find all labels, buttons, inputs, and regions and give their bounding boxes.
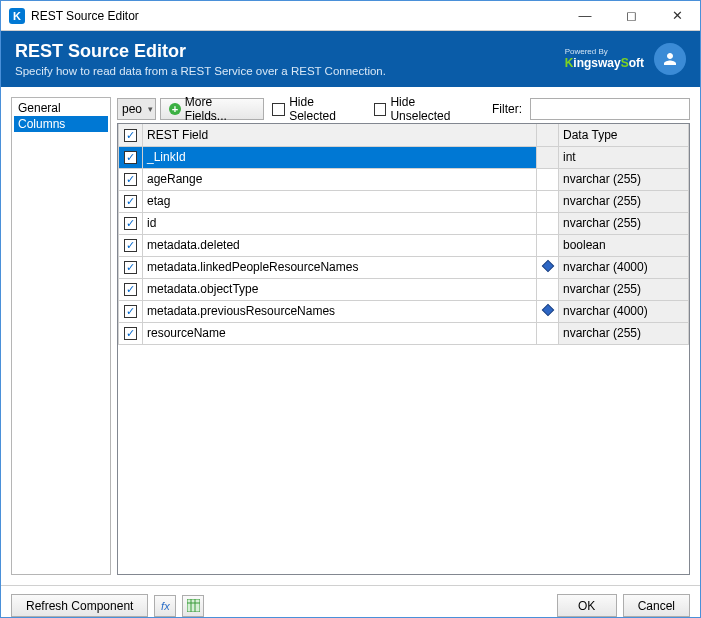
row-type-icon [537,168,559,190]
row-type-icon [537,190,559,212]
hide-selected-label: Hide Selected [289,95,362,123]
row-type-icon [537,234,559,256]
window-buttons: — ◻ ✕ [562,1,700,31]
row-type[interactable]: nvarchar (255) [559,322,689,344]
row-field[interactable]: metadata.deleted [143,234,537,256]
header-icon [537,124,559,146]
row-field[interactable]: resourceName [143,322,537,344]
header-check-all[interactable]: ✓ [119,124,143,146]
row-type-icon [537,278,559,300]
row-type-icon [537,146,559,168]
row-field[interactable]: metadata.previousResourceNames [143,300,537,322]
columns-icon [187,599,200,612]
row-type[interactable]: nvarchar (4000) [559,256,689,278]
row-type[interactable]: nvarchar (4000) [559,300,689,322]
columns-button[interactable] [182,595,204,617]
table-row[interactable]: ✓etagnvarchar (255) [119,190,689,212]
svg-rect-0 [542,260,553,271]
window-title: REST Source Editor [31,9,562,23]
page-title: REST Source Editor [15,41,565,62]
row-type[interactable]: nvarchar (255) [559,190,689,212]
more-fields-label: More Fields... [185,95,256,123]
sidebar: General Columns [11,97,111,575]
row-checkbox[interactable]: ✓ [119,322,143,344]
titlebar: K REST Source Editor — ◻ ✕ [1,1,700,31]
row-field[interactable]: id [143,212,537,234]
checkbox-icon [272,103,285,116]
brand-area: Powered By KingswaySoft [565,43,686,75]
close-button[interactable]: ✕ [654,1,700,31]
row-checkbox[interactable]: ✓ [119,256,143,278]
svg-rect-2 [187,599,200,612]
svg-rect-1 [542,304,553,315]
table-row[interactable]: ✓ageRangenvarchar (255) [119,168,689,190]
brand-logo: Powered By KingswaySoft [565,48,644,70]
row-field[interactable]: ageRange [143,168,537,190]
hide-unselected-label: Hide Unselected [390,95,476,123]
row-checkbox[interactable]: ✓ [119,278,143,300]
grid[interactable]: ✓ REST Field Data Type ✓_LinkIdint✓ageRa… [117,123,690,575]
row-type-icon [537,300,559,322]
table-row[interactable]: ✓metadata.linkedPeopleResourceNamesnvarc… [119,256,689,278]
ok-button[interactable]: OK [557,594,617,617]
sidebar-item-general[interactable]: General [14,100,108,116]
row-checkbox[interactable]: ✓ [119,212,143,234]
row-field[interactable]: etag [143,190,537,212]
expression-button[interactable]: fx [154,595,176,617]
row-type[interactable]: nvarchar (255) [559,168,689,190]
user-icon [661,50,679,68]
toolbar: peo ▾ + More Fields... Hide Selected Hid… [117,97,690,121]
table-row[interactable]: ✓metadata.previousResourceNamesnvarchar … [119,300,689,322]
chevron-down-icon: ▾ [148,104,153,114]
fx-icon: fx [161,600,170,612]
sidebar-item-columns[interactable]: Columns [14,116,108,132]
hide-selected-checkbox[interactable]: Hide Selected [268,95,365,123]
row-type-icon [537,256,559,278]
filter-label: Filter: [484,102,526,116]
table-row[interactable]: ✓resourceNamenvarchar (255) [119,322,689,344]
refresh-component-button[interactable]: Refresh Component [11,594,148,617]
maximize-button[interactable]: ◻ [608,1,654,31]
header-field[interactable]: REST Field [143,124,537,146]
row-type[interactable]: nvarchar (255) [559,278,689,300]
table-row[interactable]: ✓_LinkIdint [119,146,689,168]
row-type[interactable]: int [559,146,689,168]
row-checkbox[interactable]: ✓ [119,190,143,212]
table-row[interactable]: ✓metadata.deletedboolean [119,234,689,256]
footer: Refresh Component fx OK Cancel [1,585,700,618]
source-combo-value: peo [122,102,142,116]
row-field[interactable]: metadata.objectType [143,278,537,300]
grid-header-row: ✓ REST Field Data Type [119,124,689,146]
avatar[interactable] [654,43,686,75]
body: General Columns peo ▾ + More Fields... H… [1,87,700,585]
table-row[interactable]: ✓metadata.objectTypenvarchar (255) [119,278,689,300]
minimize-button[interactable]: — [562,1,608,31]
table-row[interactable]: ✓idnvarchar (255) [119,212,689,234]
row-type[interactable]: boolean [559,234,689,256]
row-field[interactable]: metadata.linkedPeopleResourceNames [143,256,537,278]
row-checkbox[interactable]: ✓ [119,234,143,256]
row-checkbox[interactable]: ✓ [119,300,143,322]
page-subtitle: Specify how to read data from a REST Ser… [15,65,565,77]
cancel-button[interactable]: Cancel [623,594,690,617]
source-combo[interactable]: peo ▾ [117,98,156,120]
row-checkbox[interactable]: ✓ [119,168,143,190]
checkbox-icon [374,103,387,116]
filter-input[interactable] [530,98,690,120]
app-icon: K [9,8,25,24]
hide-unselected-checkbox[interactable]: Hide Unselected [370,95,480,123]
row-type-icon [537,212,559,234]
more-fields-button[interactable]: + More Fields... [160,98,264,120]
row-field[interactable]: _LinkId [143,146,537,168]
header-type[interactable]: Data Type [559,124,689,146]
main-panel: peo ▾ + More Fields... Hide Selected Hid… [117,97,690,575]
row-type-icon [537,322,559,344]
row-type[interactable]: nvarchar (255) [559,212,689,234]
header: REST Source Editor Specify how to read d… [1,31,700,87]
row-checkbox[interactable]: ✓ [119,146,143,168]
plus-icon: + [169,103,181,115]
